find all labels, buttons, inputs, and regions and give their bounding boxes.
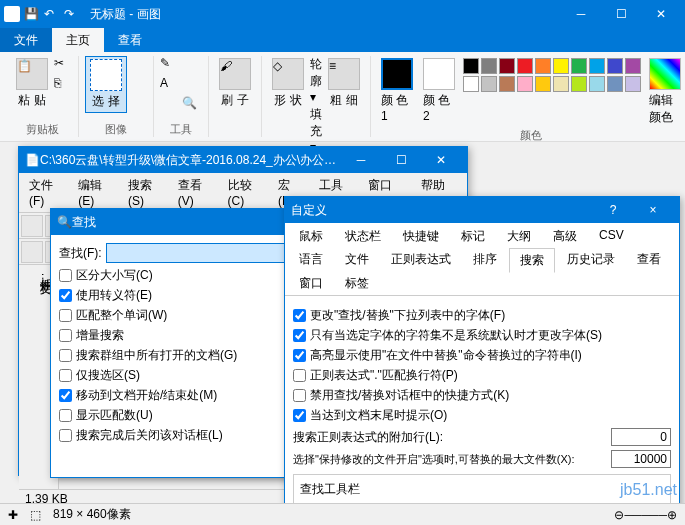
color1-button[interactable]: 颜 色 1 [377, 56, 417, 125]
color-swatch[interactable] [481, 58, 497, 74]
color-swatch[interactable] [625, 76, 641, 92]
menu-item[interactable]: 文件(F) [23, 175, 70, 210]
zoom-slider[interactable]: ⊖─────⊕ [614, 508, 677, 522]
find-checkbox[interactable] [59, 369, 72, 382]
eraser-icon[interactable] [182, 76, 200, 94]
customize-tab[interactable]: 查看 [627, 248, 671, 272]
customize-tab[interactable]: 排序 [463, 248, 507, 272]
zoom-icon[interactable]: 🔍 [182, 96, 200, 114]
crop-icon[interactable] [129, 56, 147, 74]
option-checkbox[interactable] [293, 349, 306, 362]
maximize-button[interactable]: ☐ [601, 0, 641, 28]
customize-tabs: 鼠标状态栏快捷键标记大纲高级CSV语言文件正则表达式排序搜索历史记录查看窗口标签 [285, 223, 679, 296]
customize-tab[interactable]: 标记 [451, 225, 495, 248]
resize-icon[interactable] [129, 76, 147, 94]
toolbar-button[interactable] [21, 241, 43, 263]
shape-button[interactable]: ◇形 状 [268, 56, 308, 111]
customize-help[interactable]: ? [593, 203, 633, 217]
option-checkbox[interactable] [293, 329, 306, 342]
menu-item[interactable]: 比较(C) [222, 175, 270, 210]
rotate-icon[interactable] [129, 96, 147, 114]
customize-tab[interactable]: 历史记录 [557, 248, 625, 272]
undo-icon[interactable]: ↶ [44, 7, 58, 21]
max-input[interactable] [611, 450, 671, 468]
color-swatch[interactable] [571, 58, 587, 74]
menu-item[interactable]: 查看(V) [172, 175, 220, 210]
customize-tab[interactable]: 大纲 [497, 225, 541, 248]
color-swatch[interactable] [499, 58, 515, 74]
color2-button[interactable]: 颜 色 2 [419, 56, 459, 125]
color-swatch[interactable] [553, 58, 569, 74]
color-swatch[interactable] [553, 76, 569, 92]
option-checkbox[interactable] [293, 309, 306, 322]
editor-close[interactable]: ✕ [421, 153, 461, 167]
color-palette[interactable] [461, 56, 643, 94]
find-checkbox[interactable] [59, 349, 72, 362]
customize-tab[interactable]: 搜索 [509, 248, 555, 273]
color-swatch[interactable] [517, 58, 533, 74]
width-button[interactable]: ≡粗 细 [324, 56, 364, 111]
pencil-icon[interactable]: ✎ [160, 56, 178, 74]
editor-max[interactable]: ☐ [381, 153, 421, 167]
color-swatch[interactable] [607, 58, 623, 74]
editor-title: C:\360云盘\转型升级\微信文章-2016.08.24_办公\办公大杂 文档… [40, 152, 341, 169]
customize-tab[interactable]: 窗口 [289, 272, 333, 295]
find-label: 查找(F): [59, 245, 102, 262]
picker-icon[interactable] [160, 96, 178, 114]
redo-icon[interactable]: ↷ [64, 7, 78, 21]
color-swatch[interactable] [589, 76, 605, 92]
paste-button[interactable]: 📋粘 贴 [12, 56, 52, 111]
editor-min[interactable]: ─ [341, 153, 381, 167]
color-swatch[interactable] [535, 76, 551, 92]
color-swatch[interactable] [463, 76, 479, 92]
customize-tab[interactable]: 鼠标 [289, 225, 333, 248]
color-swatch[interactable] [625, 58, 641, 74]
color-swatch[interactable] [517, 76, 533, 92]
outline-menu[interactable]: 轮廓 ▾ [310, 56, 322, 104]
color-swatch[interactable] [607, 76, 623, 92]
tab-view[interactable]: 查看 [104, 28, 156, 52]
customize-tab[interactable]: CSV [589, 225, 634, 248]
color-swatch[interactable] [571, 76, 587, 92]
customize-tab[interactable]: 高级 [543, 225, 587, 248]
text-icon[interactable]: A [160, 76, 178, 94]
find-checkbox[interactable] [59, 409, 72, 422]
color-swatch[interactable] [499, 76, 515, 92]
find-checkbox[interactable] [59, 309, 72, 322]
option-checkbox[interactable] [293, 369, 306, 382]
color-swatch[interactable] [463, 58, 479, 74]
minimize-button[interactable]: ─ [561, 0, 601, 28]
customize-tab[interactable]: 状态栏 [335, 225, 391, 248]
option-checkbox[interactable] [293, 409, 306, 422]
selection-icon: ⬚ [30, 508, 41, 522]
customize-tab[interactable]: 标签 [335, 272, 379, 295]
menu-item[interactable]: 搜索(S) [122, 175, 170, 210]
close-button[interactable]: ✕ [641, 0, 681, 28]
edit-colors-button[interactable]: 编辑 颜色 [645, 56, 685, 128]
find-checkbox[interactable] [59, 289, 72, 302]
tab-file[interactable]: 文件 [0, 28, 52, 52]
fill-icon[interactable] [182, 56, 200, 74]
customize-tab[interactable]: 快捷键 [393, 225, 449, 248]
find-checkbox[interactable] [59, 329, 72, 342]
color-swatch[interactable] [535, 58, 551, 74]
customize-tab[interactable]: 正则表达式 [381, 248, 461, 272]
color-swatch[interactable] [589, 58, 605, 74]
select-button[interactable]: 选 择 [85, 56, 127, 113]
copy-icon[interactable]: ⎘ [54, 76, 72, 94]
find-checkbox[interactable] [59, 389, 72, 402]
cut-icon[interactable]: ✂ [54, 56, 72, 74]
line-input[interactable] [611, 428, 671, 446]
find-checkbox[interactable] [59, 429, 72, 442]
customize-close[interactable]: × [633, 203, 673, 217]
save-icon[interactable]: 💾 [24, 7, 38, 21]
option-checkbox[interactable] [293, 389, 306, 402]
brush-button[interactable]: 🖌刷 子 [215, 56, 255, 111]
customize-tab[interactable]: 语言 [289, 248, 333, 272]
toolbar-button[interactable] [21, 215, 43, 237]
customize-tab[interactable]: 文件 [335, 248, 379, 272]
color-swatch[interactable] [481, 76, 497, 92]
tab-home[interactable]: 主页 [52, 28, 104, 52]
menu-item[interactable]: 编辑(E) [72, 175, 120, 210]
find-checkbox[interactable] [59, 269, 72, 282]
